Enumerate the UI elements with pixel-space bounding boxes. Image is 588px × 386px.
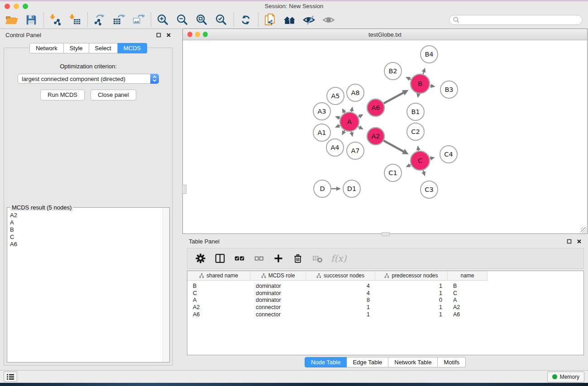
delete-table-button[interactable] [311, 253, 323, 264]
network-graph: B4B2BB3A8A5A6A3B1AC2A1A2A4A7C4CC1DC3D1 [183, 40, 587, 234]
close-panel-icon[interactable] [166, 33, 171, 38]
float-panel-icon[interactable] [567, 239, 572, 244]
table-tab-node-table[interactable]: Node Table [305, 357, 347, 367]
column-header-name[interactable]: name [448, 271, 488, 281]
column-header-mcds-role[interactable]: MCDS role [250, 271, 306, 281]
resize-grip-icon[interactable] [581, 227, 587, 233]
arrowhead-icon [430, 84, 435, 88]
control-tab-select[interactable]: Select [89, 43, 118, 53]
criterion-dropdown[interactable]: largest connected component (directed) [18, 74, 159, 84]
search-icon [453, 16, 460, 24]
refresh-button[interactable] [238, 12, 254, 28]
mcds-result-groupbox: MCDS result (5 nodes) A2ABCA6 [7, 207, 170, 362]
select-all-button[interactable] [234, 253, 245, 264]
hide-selected-button[interactable] [301, 12, 317, 28]
result-item[interactable]: C [7, 234, 163, 241]
tree-column-icon [316, 273, 321, 278]
control-tab-mcds[interactable]: MCDS [118, 43, 147, 53]
result-item[interactable]: A2 [7, 212, 163, 219]
table-settings-button[interactable] [195, 253, 206, 264]
result-item[interactable]: A6 [7, 241, 163, 248]
close-panel-icon[interactable] [577, 239, 582, 244]
import-table-button[interactable] [67, 12, 83, 28]
graph-node-label: C3 [425, 186, 433, 193]
table-header-row: shared nameMCDS rolesuccessor nodesprede… [187, 271, 583, 281]
gear-icon [195, 253, 206, 264]
show-all-button[interactable] [320, 12, 337, 28]
run-mcds-button[interactable]: Run MCDS [40, 90, 85, 100]
table-row[interactable]: Cdominator41C [187, 290, 583, 297]
open-session-button[interactable] [4, 12, 20, 28]
arrowhead-icon [416, 146, 421, 151]
deselect-all-button[interactable] [253, 253, 265, 264]
delete-column-button[interactable] [292, 253, 304, 264]
graph-node-label: D1 [347, 185, 356, 192]
float-panel-icon[interactable] [156, 33, 161, 38]
save-session-button[interactable] [23, 12, 39, 28]
table-tab-edge-table[interactable]: Edge Table [347, 357, 388, 367]
control-panel: Control Panel NetworkStyleSelectMCDS Opt… [0, 29, 177, 370]
window-title: Session: New Session [0, 1, 588, 11]
graph-node-label: A8 [351, 89, 359, 96]
export-network-button[interactable] [91, 12, 108, 28]
network-traffic-lights [187, 32, 208, 37]
table-row[interactable]: A6connector11A6 [187, 311, 583, 318]
table-row[interactable]: Adominator80A [187, 296, 583, 304]
export-image-button[interactable] [130, 12, 147, 28]
table-cell: A2 [187, 304, 250, 310]
zoom-in-button[interactable] [155, 12, 171, 28]
open-session-file-button[interactable] [262, 12, 278, 28]
home-layout-button[interactable] [282, 12, 298, 28]
splitter-handle-left[interactable] [182, 185, 186, 194]
network-minimize-button[interactable] [195, 32, 200, 37]
column-header-predecessor-nodes[interactable]: predecessor nodes [375, 271, 448, 281]
network-close-button[interactable] [187, 32, 192, 37]
column-header-shared-name[interactable]: shared name [187, 271, 250, 281]
table-cell: A6 [448, 311, 488, 318]
table-tab-network-table[interactable]: Network Table [388, 357, 438, 367]
close-panel-button[interactable]: Close panel [91, 90, 136, 100]
zoom-fit-button[interactable] [194, 12, 210, 28]
network-canvas[interactable]: B4B2BB3A8A5A6A3B1AC2A1A2A4A7C4CC1DC3D1 [183, 40, 587, 234]
plus-icon [273, 253, 283, 263]
export-table-button[interactable] [111, 12, 127, 28]
search-input[interactable] [449, 15, 583, 25]
graph-edge-A6-B[interactable] [384, 92, 406, 104]
tree-column-icon [384, 273, 389, 278]
graph-node-label: D [320, 185, 325, 192]
table-cell: B [448, 283, 488, 289]
table-cell: dominator [250, 290, 306, 296]
table-tab-motifs[interactable]: Motifs [438, 357, 466, 367]
memory-button[interactable]: Memory [547, 372, 584, 382]
graph-node-label: C [418, 157, 422, 164]
result-item[interactable]: A [7, 219, 163, 226]
graph-node-label: B3 [445, 86, 453, 93]
task-history-button[interactable] [4, 372, 17, 382]
graph-node-label: B [418, 80, 422, 87]
graph-edge-A2-C[interactable] [384, 141, 406, 153]
zoom-selected-button[interactable] [213, 12, 229, 28]
table-cell: dominator [250, 283, 306, 289]
table-panel-tabs: Node TableEdge TableNetwork TableMotifs [182, 357, 588, 367]
table-row[interactable]: Bdominator41B [187, 282, 583, 290]
network-zoom-button[interactable] [203, 32, 208, 37]
zoom-out-button[interactable] [174, 12, 191, 28]
arrowhead-icon [416, 93, 421, 98]
column-header-successor-nodes[interactable]: successor nodes [306, 271, 375, 281]
show-columns-button[interactable] [214, 253, 226, 264]
graph-node-label: A6 [371, 104, 380, 111]
add-column-button[interactable] [272, 253, 284, 264]
table-cell: C [187, 290, 250, 296]
function-builder-button[interactable]: f(x) [331, 253, 346, 264]
arrowhead-icon [421, 171, 425, 176]
result-item[interactable]: B [7, 226, 163, 234]
zoom-fit-icon [196, 14, 208, 26]
graph-node-label: C2 [411, 128, 420, 135]
table-cell: A2 [448, 304, 488, 310]
table-row[interactable]: A2connector11A2 [187, 304, 583, 311]
table-cell: A [448, 297, 488, 303]
control-tab-style[interactable]: Style [64, 43, 89, 53]
import-network-button[interactable] [48, 12, 64, 28]
control-tab-network[interactable]: Network [29, 43, 64, 53]
result-scrollbar[interactable] [163, 208, 169, 362]
